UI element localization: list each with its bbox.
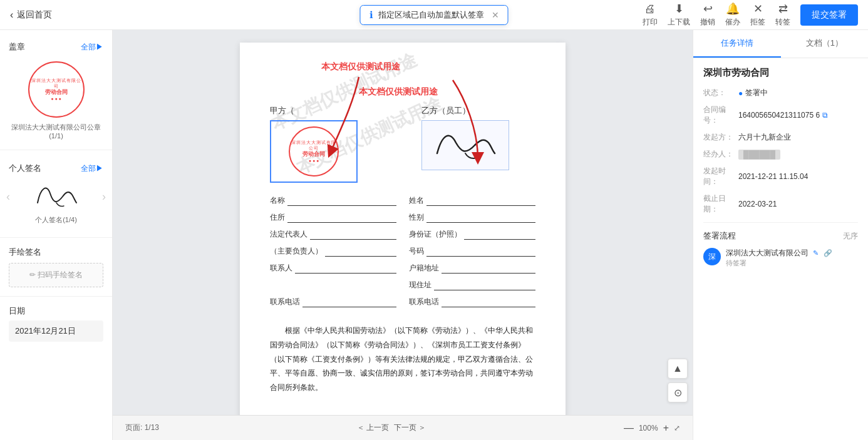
field-phone-b: 联系电话 bbox=[409, 297, 535, 307]
transfer-icon: ⇄ bbox=[778, 2, 788, 16]
prev-page-button[interactable]: ＜ 上一页 bbox=[357, 422, 389, 433]
main-layout: 盖章 全部▶ 深圳法大大测试有限公司 劳动合同 ● ● ● 深圳法大大测试有限公… bbox=[0, 30, 868, 440]
line-origin bbox=[442, 273, 535, 274]
scroll-buttons: ▲ ⊙ bbox=[668, 359, 688, 402]
reject-button[interactable]: ✕ 拒签 bbox=[750, 2, 765, 28]
document-area: 本文档仅供测试用途 本文档仅供测试用途 本文档仅供测试用途 本 bbox=[113, 30, 693, 440]
contract-paragraph: 根据《中华人民共和国劳动法》（以下简称《劳动法》）、《中华人民共和国劳动合同法》… bbox=[270, 324, 535, 395]
page-navigation: ＜ 上一页 下一页 ＞ bbox=[357, 422, 426, 433]
label-phone-a: 联系电话 bbox=[270, 297, 300, 307]
print-button[interactable]: 🖨 打印 bbox=[643, 3, 658, 28]
sig-prev-arrow[interactable]: ‹ bbox=[5, 190, 11, 203]
field-contact-a: 联系人 bbox=[270, 263, 396, 274]
stamp-preview: 深圳法大大测试有限公司 劳动合同 ● ● ● 深圳法大大测试有限公司公章(1/1… bbox=[0, 56, 112, 145]
employee-signature-svg bbox=[431, 125, 500, 166]
copy-icon[interactable]: ⧉ bbox=[822, 111, 828, 120]
right-panel: 任务详情 文档（1） 深圳市劳动合同 状态： ● 签署中 合同编号： 16400… bbox=[693, 30, 868, 440]
document-scroll[interactable]: 本文档仅供测试用途 本文档仅供测试用途 本文档仅供测试用途 本 bbox=[113, 30, 693, 415]
personal-sig-all-link[interactable]: 全部▶ bbox=[81, 163, 103, 174]
sig-page-label: 个人签名(1/4) bbox=[0, 215, 112, 228]
sig-carousel: ‹ › bbox=[0, 178, 112, 215]
signature-section: 甲方（ 深圳法大大测试有限公司 劳动合同 ● ● ● bbox=[270, 105, 535, 183]
contract-title: 深圳市劳动合同 bbox=[703, 67, 858, 79]
annotation-label-1: 本文档仅供测试用途 bbox=[321, 61, 400, 73]
remind-icon: 🔔 bbox=[726, 2, 740, 16]
process-company-info: 深圳法大大测试有限公司 ✎ 🔗 待签署 bbox=[726, 248, 832, 268]
signature-image[interactable] bbox=[14, 178, 98, 215]
issuer-value: 六月十九新企业 bbox=[738, 132, 791, 143]
handwrite-label: 手绘签名 bbox=[9, 247, 41, 258]
divider-3 bbox=[0, 296, 112, 297]
back-button[interactable]: ‹ 返回首页 bbox=[10, 9, 52, 21]
toast-close-icon[interactable]: ✕ bbox=[492, 10, 499, 20]
transfer-button[interactable]: ⇄ 转签 bbox=[775, 2, 790, 28]
date-section: 日期 2021年12月21日 bbox=[0, 302, 112, 345]
info-row-deadline: 截止日期： 2022-03-21 bbox=[703, 193, 858, 215]
process-company-status: 待签署 bbox=[726, 258, 832, 268]
info-row-issuer: 发起方： 六月十九新企业 bbox=[703, 132, 858, 143]
issuer-label: 发起方： bbox=[703, 132, 738, 143]
divider-2 bbox=[0, 237, 112, 238]
info-row-contract-no: 合同编号： 164005650421311075 6 ⧉ bbox=[703, 105, 858, 126]
divider-1 bbox=[0, 150, 112, 150]
line-name-a bbox=[287, 205, 396, 206]
process-hint: 无序 bbox=[843, 231, 858, 242]
scan-handwrite-button[interactable]: ✏ 扫码手绘签名 bbox=[9, 263, 103, 287]
stamp-all-link[interactable]: 全部▶ bbox=[81, 42, 103, 53]
contract-no-value: 164005650421311075 6 ⧉ bbox=[738, 105, 828, 126]
issue-time-value: 2021-12-21 11.15.04 bbox=[738, 166, 808, 187]
scroll-position-button[interactable]: ⊙ bbox=[668, 382, 688, 402]
document-content: 甲方（ 深圳法大大测试有限公司 劳动合同 ● ● ● bbox=[270, 105, 535, 395]
line-phone-b bbox=[442, 307, 535, 307]
label-current: 现住址 bbox=[409, 280, 431, 290]
party-a-stamp-text: 深圳法大大测试有限公司 劳动合同 ● ● ● bbox=[290, 140, 338, 164]
issue-time-label: 发起时间： bbox=[703, 166, 738, 187]
revoke-icon: ↩ bbox=[703, 2, 713, 16]
right-panel-content: 深圳市劳动合同 状态： ● 签署中 合同编号： 1640056504213110… bbox=[693, 58, 868, 440]
company-stamp[interactable]: 深圳法大大测试有限公司 劳动合同 ● ● ● bbox=[28, 61, 85, 118]
expand-icon[interactable]: ⤢ bbox=[674, 424, 680, 432]
stamp-bottom-text: ● ● ● bbox=[29, 96, 83, 101]
field-legal-rep: 法定代表人 bbox=[270, 229, 396, 240]
party-b-label: 乙方（员工） bbox=[421, 105, 535, 116]
left-sidebar: 盖章 全部▶ 深圳法大大测试有限公司 劳动合同 ● ● ● 深圳法大大测试有限公… bbox=[0, 30, 113, 440]
link-icon[interactable]: 🔗 bbox=[824, 249, 832, 257]
status-text: 签署中 bbox=[745, 88, 768, 98]
status-dot: ● bbox=[738, 89, 743, 98]
line-name-b bbox=[426, 205, 535, 206]
scan-icon: ✏ bbox=[29, 270, 38, 279]
sig-next-arrow[interactable]: › bbox=[101, 190, 107, 203]
party-a-label: 甲方（ bbox=[270, 105, 384, 116]
field-origin: 户籍地址 bbox=[409, 263, 535, 274]
next-page-button[interactable]: 下一页 ＞ bbox=[394, 422, 426, 433]
zoom-in-button[interactable]: + bbox=[663, 422, 669, 434]
line-gender bbox=[426, 222, 535, 223]
field-gender: 性别 bbox=[409, 212, 535, 223]
party-b-signature-box[interactable] bbox=[421, 120, 509, 170]
label-phone-b: 联系电话 bbox=[409, 297, 439, 307]
line-id bbox=[464, 239, 535, 240]
field-address-a: 住所 bbox=[270, 212, 396, 223]
party-a-stamp-box[interactable]: 深圳法大大测试有限公司 劳动合同 ● ● ● bbox=[270, 120, 358, 183]
label-contact-a: 联系人 bbox=[270, 263, 292, 274]
download-button[interactable]: ⬇ 上下载 bbox=[668, 2, 690, 28]
process-item-company: 深 深圳法大大测试有限公司 ✎ 🔗 待签署 bbox=[703, 248, 858, 268]
zoom-out-button[interactable]: — bbox=[624, 422, 634, 434]
scroll-up-button[interactable]: ▲ bbox=[668, 359, 688, 379]
personal-sig-section: 个人签名 全部▶ ‹ › 个人签名(1/4) bbox=[0, 155, 112, 232]
remind-button[interactable]: 🔔 催办 bbox=[725, 2, 740, 28]
label-id-num: 号码 bbox=[409, 246, 424, 257]
revoke-button[interactable]: ↩ 撤销 bbox=[700, 2, 715, 28]
info-row-handler: 经办人： ██████ bbox=[703, 149, 858, 160]
date-header: 日期 bbox=[9, 305, 103, 317]
edit-icon[interactable]: ✎ bbox=[813, 249, 819, 257]
field-id: 身份证（护照） bbox=[409, 229, 535, 240]
handler-value: ██████ bbox=[738, 149, 780, 160]
field-name-a: 名称 bbox=[270, 195, 396, 206]
tab-task-details[interactable]: 任务详情 bbox=[693, 30, 781, 58]
line-legal-rep bbox=[310, 239, 396, 240]
info-row-status: 状态： ● 签署中 bbox=[703, 88, 858, 98]
process-company-name: 深圳法大大测试有限公司 ✎ 🔗 bbox=[726, 248, 832, 258]
submit-button[interactable]: 提交签署 bbox=[800, 4, 858, 26]
tab-documents[interactable]: 文档（1） bbox=[781, 30, 869, 58]
